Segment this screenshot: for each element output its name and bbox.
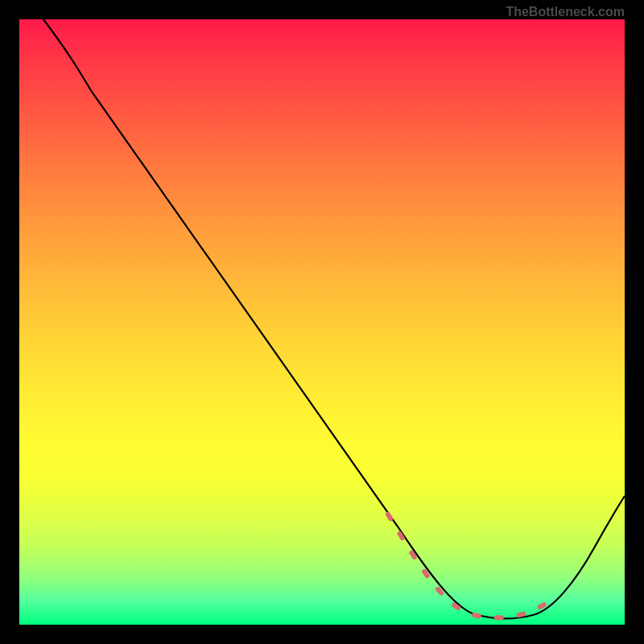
attribution-text: TheBottleneck.com xyxy=(506,5,625,19)
plot-area xyxy=(19,19,625,625)
chart-container: TheBottleneck.com xyxy=(0,0,644,644)
